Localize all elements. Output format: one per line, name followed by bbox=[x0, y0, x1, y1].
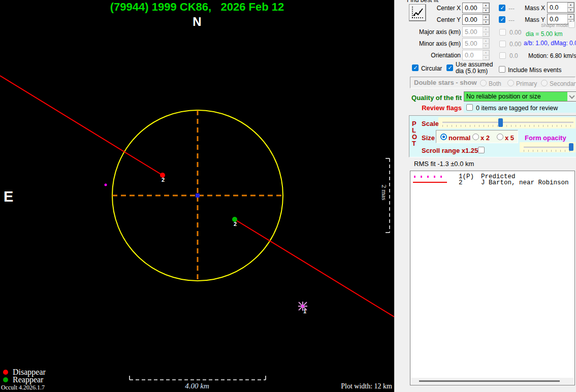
spin-up-button[interactable]: ▲ bbox=[567, 14, 574, 19]
orientation-checkbox bbox=[499, 52, 506, 59]
major-axis-checkbox bbox=[499, 29, 506, 36]
review-flags-text: 0 items are tagged for review bbox=[476, 105, 558, 112]
dia-note: dia = 5.00 km bbox=[526, 30, 562, 38]
reappear-dot-icon bbox=[3, 377, 8, 382]
form-opacity-slider[interactable] bbox=[520, 142, 575, 152]
size-x5-radio[interactable] bbox=[497, 134, 503, 140]
occult-fit-window: (79944) 1999 CK86, 2026 Feb 12 N E 2 2 1… bbox=[0, 0, 576, 392]
double-stars-both-label: Both bbox=[489, 80, 501, 87]
size-x2-radio[interactable] bbox=[472, 134, 479, 140]
scrollbar-thumb[interactable] bbox=[419, 380, 560, 382]
spin-down-button[interactable]: ▼ bbox=[483, 20, 489, 25]
shape-model-checkbox[interactable] bbox=[568, 21, 575, 28]
legend-reappear-row: Reappear bbox=[3, 376, 46, 383]
mass-x-value[interactable]: 0.0 bbox=[550, 4, 558, 11]
minor-axis-label: Minor axis (km) bbox=[407, 40, 461, 47]
major-axis-label: Major axis (km) bbox=[407, 28, 461, 36]
disappear-dot-icon bbox=[3, 370, 8, 375]
size-normal-radio[interactable] bbox=[440, 134, 447, 140]
reappear-point-label: 2 bbox=[234, 221, 237, 227]
scale-slider[interactable] bbox=[438, 117, 575, 128]
center-y-spinner[interactable]: 0.00 ▲▼ bbox=[462, 14, 490, 25]
plot-letter-t: T bbox=[412, 140, 416, 147]
spin-up-button[interactable]: ▲ bbox=[483, 15, 489, 20]
use-assumed-label-line1: Use assumed bbox=[456, 61, 493, 68]
ab-note: a/b: 1.00, dMag: 0.00 bbox=[524, 40, 576, 47]
mass-y-value[interactable]: 0.0 bbox=[550, 16, 558, 23]
mass-x-spinner[interactable]: 0.0 ▲▼ bbox=[547, 2, 574, 13]
center-x-value[interactable]: 0.00 bbox=[465, 5, 477, 12]
scroll-range-checkbox[interactable] bbox=[478, 147, 485, 153]
legend-reappear-label: Reappear bbox=[13, 375, 43, 384]
plot-title: (79944) 1999 CK86, 2026 Feb 12 bbox=[0, 1, 394, 14]
motion-note: Motion: 6.80 km/s bbox=[528, 52, 576, 59]
center-y-dash: --- bbox=[508, 17, 515, 24]
scroll-range-label: Scroll range x1.25 bbox=[422, 147, 478, 154]
mas-scale-label: 2 mas bbox=[380, 185, 388, 201]
observed-chord-style-icon bbox=[413, 182, 447, 183]
plot-graphics bbox=[0, 0, 394, 392]
predicted-chord-style-icon bbox=[414, 176, 444, 178]
occultation-plot-canvas: (79944) 1999 CK86, 2026 Feb 12 N E 2 2 1… bbox=[0, 0, 394, 392]
include-miss-events-label: Include Miss events bbox=[508, 67, 561, 74]
center-x-checkbox[interactable] bbox=[499, 5, 505, 11]
quality-of-fit-label: Quality of the fit bbox=[410, 94, 462, 102]
major-axis-value: 5.00 bbox=[465, 28, 477, 36]
predicted-point-label: 1 bbox=[303, 308, 306, 314]
minor-axis-spinner: 5.00 ▲▼ bbox=[462, 38, 490, 49]
rms-fit-label: RMS fit -1.3 ±0.0 km bbox=[414, 160, 474, 168]
find-best-fit-label: Find best fit bbox=[407, 0, 438, 4]
size-normal-label: normal bbox=[449, 134, 470, 142]
center-marker bbox=[196, 193, 200, 198]
size-label: Size bbox=[422, 134, 435, 142]
shape-model-label: Shape model bbox=[541, 22, 566, 28]
app-version-label: Occult 4.2026.1.7 bbox=[1, 384, 45, 391]
use-assumed-dia-checkbox[interactable] bbox=[446, 64, 453, 71]
km-scale-label: 4.00 km bbox=[0, 382, 394, 390]
north-label: N bbox=[0, 15, 394, 29]
predicted-star-center bbox=[302, 305, 304, 308]
review-flags-label: Review flags bbox=[410, 104, 462, 112]
scale-label: Scale bbox=[422, 120, 439, 127]
minor-axis-value: 5.00 bbox=[465, 40, 477, 47]
minor-axis-aux: 0.00 bbox=[509, 41, 521, 48]
minor-axis-checkbox bbox=[499, 41, 506, 47]
form-opacity-slider-thumb[interactable] bbox=[569, 143, 573, 151]
center-x-spinner[interactable]: 0.00 ▲▼ bbox=[462, 3, 490, 13]
fit-control-panel: Find best fit Center X 0.00 ▲▼ --- Mass … bbox=[394, 0, 576, 392]
quality-of-fit-dropdown[interactable]: No reliable position or size bbox=[464, 91, 576, 102]
observation-name: J Barton, near Robinson bbox=[481, 179, 569, 186]
double-stars-primary-label: Primary bbox=[516, 80, 537, 87]
observations-listbox[interactable]: 1(P) Predicted 2 J Barton, near Robinson bbox=[410, 171, 575, 385]
circular-checkbox[interactable] bbox=[412, 64, 419, 71]
east-label: E bbox=[4, 188, 13, 205]
orientation-label: Orientation bbox=[407, 52, 461, 59]
orientation-spinner: 0.0 ▲▼ bbox=[462, 50, 490, 60]
predicted-path-dot bbox=[105, 184, 107, 186]
size-x2-label: x 2 bbox=[481, 134, 490, 142]
chord-line-egress bbox=[235, 219, 394, 317]
double-stars-secondary-label: Secondary bbox=[550, 80, 576, 87]
major-axis-spinner: 5.00 ▲▼ bbox=[462, 26, 490, 37]
orientation-value: 0.0 bbox=[465, 52, 473, 59]
disappear-point-label: 2 bbox=[162, 177, 165, 183]
spin-up-button[interactable]: ▲ bbox=[567, 3, 574, 8]
center-x-label: Center X bbox=[422, 5, 461, 12]
horizontal-scrollbar[interactable] bbox=[411, 378, 574, 384]
form-opacity-label: Form opacity bbox=[525, 134, 566, 142]
review-flags-checkbox[interactable] bbox=[466, 104, 473, 111]
spin-down-button[interactable]: ▼ bbox=[483, 8, 489, 13]
chevron-down-icon[interactable] bbox=[567, 92, 576, 101]
spin-down-button[interactable]: ▼ bbox=[567, 8, 574, 13]
center-x-dash: --- bbox=[508, 5, 515, 12]
observation-number: 2 bbox=[459, 179, 463, 186]
scale-slider-thumb[interactable] bbox=[498, 118, 503, 127]
center-y-value[interactable]: 0.00 bbox=[465, 16, 477, 23]
spin-up-button[interactable]: ▲ bbox=[483, 3, 489, 8]
center-y-checkbox[interactable] bbox=[499, 16, 505, 23]
km-scale-bar bbox=[130, 376, 266, 380]
plot-width-note: Plot width: 12 km bbox=[341, 382, 392, 390]
quality-of-fit-value: No reliable position or size bbox=[466, 93, 541, 100]
include-miss-events-checkbox[interactable] bbox=[499, 66, 505, 73]
double-stars-label: Double stars - show bbox=[414, 79, 477, 86]
